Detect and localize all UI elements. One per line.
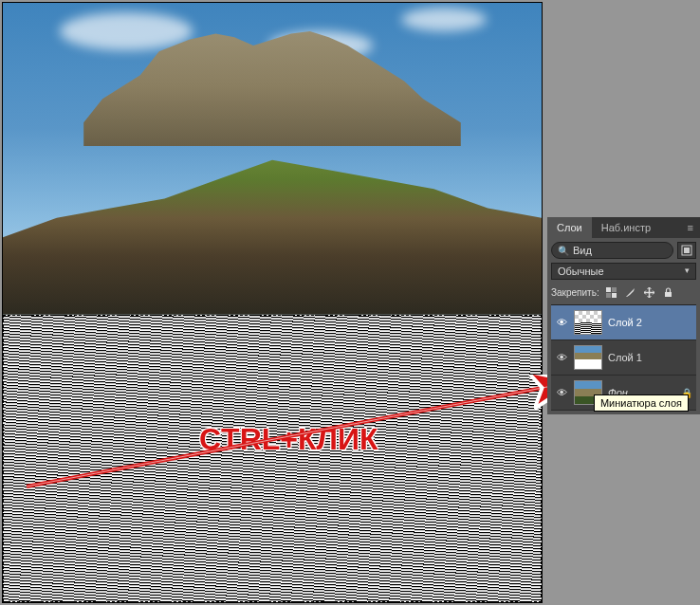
layer-row[interactable]: 👁Слой 1 — [551, 340, 696, 376]
layer-thumbnail[interactable] — [574, 345, 602, 370]
lock-label: Закрепить: — [551, 287, 599, 298]
svg-rect-9 — [665, 292, 672, 297]
svg-rect-8 — [612, 293, 617, 298]
lock-all-icon[interactable] — [662, 285, 675, 299]
panel-tabs: Слои Наб.инстр ≡ — [547, 217, 700, 238]
sky-area — [3, 3, 542, 315]
tab-presets[interactable]: Наб.инстр — [592, 217, 660, 238]
lock-position-icon[interactable] — [643, 285, 656, 299]
lock-row: Закрепить: — [551, 285, 696, 299]
layers-panel: Слои Наб.инстр ≡ 🔍 Вид Обычные Закрепить… — [547, 217, 700, 414]
layer-name[interactable]: Слой 2 — [608, 317, 642, 328]
visibility-eye-icon[interactable]: 👁 — [555, 387, 568, 398]
visibility-eye-icon[interactable]: 👁 — [555, 317, 568, 328]
search-icon: 🔍 — [558, 246, 569, 256]
panel-menu-icon[interactable]: ≡ — [681, 217, 700, 238]
blend-mode-select[interactable]: Обычные — [551, 263, 696, 280]
tab-layers[interactable]: Слои — [547, 217, 592, 238]
thumbnail-tooltip: Миниатюра слоя — [594, 394, 689, 412]
visibility-eye-icon[interactable]: 👁 — [555, 352, 568, 363]
layer-row[interactable]: 👁Слой 2 — [551, 305, 696, 340]
lock-brush-icon[interactable] — [624, 285, 637, 299]
blend-mode-value: Обычные — [558, 266, 604, 277]
document-canvas[interactable] — [2, 2, 543, 603]
svg-rect-7 — [606, 293, 611, 298]
svg-rect-3 — [684, 248, 690, 253]
hill-shape — [3, 121, 542, 315]
filter-toggle-button[interactable] — [677, 242, 696, 259]
panel-body: 🔍 Вид Обычные Закрепить: — [547, 238, 700, 414]
cloud — [401, 8, 487, 31]
search-mode-label: Вид — [573, 245, 667, 256]
layer-name[interactable]: Слой 1 — [608, 352, 642, 363]
svg-rect-6 — [612, 287, 617, 292]
water-noise-area — [3, 315, 542, 602]
cloud — [60, 12, 193, 50]
svg-rect-5 — [606, 287, 611, 292]
layer-thumbnail[interactable] — [574, 310, 602, 335]
layer-search-input[interactable]: 🔍 Вид — [551, 242, 673, 259]
lock-pixels-icon[interactable] — [605, 285, 618, 299]
